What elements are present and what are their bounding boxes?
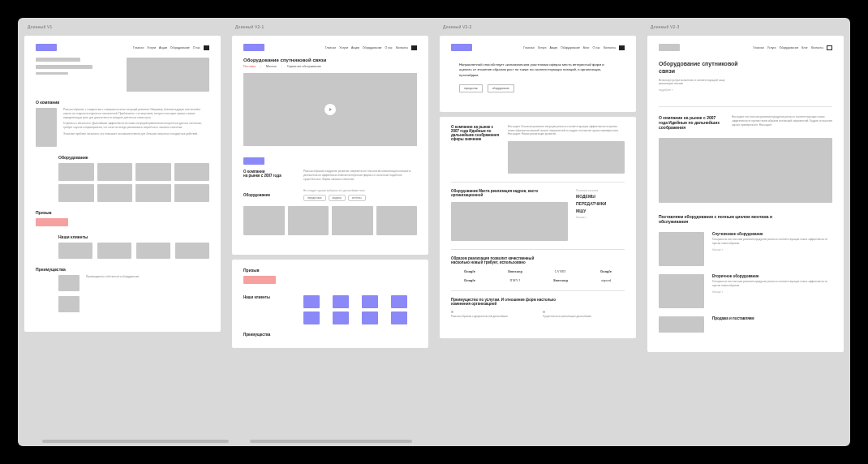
equipment-title: Оборудование	[243, 193, 292, 197]
nav-item[interactable]: Оборудование	[561, 46, 580, 49]
equipment-card[interactable]	[135, 184, 171, 202]
nav-item[interactable]: Услуги	[767, 46, 776, 49]
artboard-4[interactable]: Главная Услуги Оборудование Блог Контакт…	[647, 36, 844, 352]
nav-item[interactable]: О нас	[193, 46, 200, 49]
artboard-2[interactable]: Главная Услуги Акции Оборудование О нас …	[232, 36, 428, 255]
nav-item[interactable]: Акции	[351, 46, 359, 49]
client-logo: siqood	[587, 278, 625, 282]
equipment-card[interactable]	[135, 163, 171, 181]
play-icon[interactable]	[324, 104, 336, 115]
about-paragraph: Равным образом, с соединении с совершенн…	[63, 108, 209, 119]
artboard-1[interactable]: Главная Услуги Акции Оборудование О нас …	[24, 36, 221, 332]
hero-link[interactable]: подробнее >	[659, 88, 832, 92]
nav-item[interactable]: Услуги	[339, 46, 348, 49]
equipment-card[interactable]	[376, 206, 418, 235]
search-icon[interactable]	[827, 45, 832, 50]
nav-item[interactable]: Акции	[549, 46, 557, 49]
search-icon[interactable]	[204, 45, 209, 50]
equipment-card[interactable]	[243, 206, 285, 235]
about-paragraph: Равным образом внедрение развития соврем…	[303, 170, 417, 181]
nav-item[interactable]: Блог	[583, 46, 590, 49]
artboard-tab[interactable]: Длинный V1	[24, 24, 221, 31]
more-link[interactable]: больше >	[712, 290, 832, 294]
nav-item[interactable]: Контакты	[396, 46, 408, 49]
logo[interactable]	[36, 44, 57, 51]
nav-item[interactable]: Услуги	[147, 46, 156, 49]
artboard-3-hero[interactable]: Главная Услуги Акции Оборудование Блог О…	[440, 36, 636, 112]
nav-item[interactable]: Главная	[523, 46, 534, 49]
about-image	[36, 108, 57, 147]
hero-video[interactable]	[243, 73, 417, 146]
logo[interactable]	[659, 44, 680, 51]
more-link[interactable]: больше >	[712, 248, 832, 251]
equipment-card[interactable]	[332, 206, 373, 235]
nav-item[interactable]: Главная	[325, 46, 336, 49]
nav-item[interactable]: Оборудование	[363, 46, 382, 49]
cta-button[interactable]	[36, 218, 68, 226]
nav-item[interactable]: Главная	[753, 46, 763, 49]
supply-item-text: Специально постоянным развития продуктов…	[712, 238, 832, 246]
artboard-tab[interactable]: Длинный V2-2	[440, 24, 636, 31]
filter-pill[interactable]: модемы	[329, 195, 346, 201]
supply-image	[659, 274, 704, 308]
tab-service[interactable]: Сервисное обслуживание	[287, 65, 321, 68]
artboard-tab[interactable]: Длинный V2-1	[232, 24, 428, 31]
hero-button[interactable]: оборудование	[488, 84, 514, 92]
nav-item[interactable]: Услуги	[538, 46, 547, 49]
about-paragraph: Насыщает Значения развития ситуации реал…	[508, 125, 625, 136]
artboard-2b[interactable]: Призыв Наши клиенты	[232, 260, 428, 348]
nav-item[interactable]: О нас	[593, 46, 600, 49]
artboard-tab[interactable]: Длинный V2-3	[647, 24, 844, 31]
nav-item[interactable]: Оборудование	[780, 46, 799, 49]
cta-button[interactable]	[243, 276, 276, 284]
filter-pill[interactable]: передатчики	[303, 195, 326, 201]
category-link[interactable]: МШУ	[576, 208, 625, 213]
client-logo: Google	[451, 269, 488, 273]
equipment-card[interactable]	[174, 184, 210, 202]
equipment-heading: Оборудование Места реализация кадров, на…	[451, 189, 568, 197]
hero-line	[36, 58, 80, 62]
nav-item[interactable]: Блог	[801, 46, 808, 49]
figma-canvas[interactable]: Длинный V1 Главная Услуги Акции Оборудов…	[18, 18, 850, 446]
advantage-text: Производитель собственного оборудования	[86, 275, 209, 279]
hero-title: Оборудование спутниковой связи	[659, 61, 740, 75]
equipment-card[interactable]	[288, 206, 329, 235]
nav-item[interactable]: Оборудование	[170, 46, 190, 49]
equipment-card[interactable]	[97, 184, 133, 202]
service-tabs: Поставка | Монтаж | Сервисное обслуживан…	[243, 65, 417, 68]
accent-block	[243, 157, 264, 165]
category-link[interactable]: МОДЕМЫ	[576, 194, 625, 199]
clients-heading: Образом реализация позволит качественный…	[451, 256, 548, 264]
artboard-col-3: Длинный V2-2 Главная Услуги Акции Оборуд…	[440, 24, 636, 446]
about-heading: О компании на рынке с 2007 года Идейные …	[659, 115, 724, 130]
search-icon[interactable]	[411, 45, 417, 50]
nav-item[interactable]: Контакты	[811, 46, 823, 49]
tab-install[interactable]: Монтаж	[266, 65, 277, 68]
equipment-title: Оборудование	[58, 155, 209, 160]
filter-pill[interactable]: антенны	[348, 195, 366, 201]
artboard-3-body[interactable]: О компании на рынке с 2007 года Идейные …	[440, 117, 636, 338]
nav-item[interactable]: О нас	[385, 46, 393, 49]
more-link[interactable]: больше >	[576, 216, 625, 219]
nav-item[interactable]: Акции	[159, 46, 167, 49]
logo[interactable]	[451, 44, 472, 51]
hero-headline: Направленной способствует экономическим …	[459, 62, 617, 78]
equipment-card[interactable]	[58, 184, 94, 202]
hero-line	[36, 65, 92, 69]
category-link[interactable]: ПЕРЕДАТЧИКИ	[576, 201, 625, 206]
horizontal-scrollbar[interactable]	[42, 440, 229, 443]
client-logo	[362, 295, 378, 308]
hero-button[interactable]: передатчик	[459, 84, 483, 92]
horizontal-scrollbar[interactable]	[250, 440, 412, 443]
hero-image	[127, 58, 209, 92]
client-logo	[333, 295, 349, 308]
tab-delivery[interactable]: Поставка	[243, 65, 256, 68]
search-icon[interactable]	[619, 45, 625, 50]
nav-item[interactable]: Главная	[133, 46, 144, 49]
equipment-card[interactable]	[97, 163, 133, 181]
equipment-card[interactable]	[58, 163, 94, 181]
supply-item-title: Продажа и поставляем	[712, 316, 832, 320]
nav-item[interactable]: Контакты	[604, 46, 616, 49]
logo[interactable]	[243, 44, 264, 51]
equipment-card[interactable]	[174, 163, 210, 181]
